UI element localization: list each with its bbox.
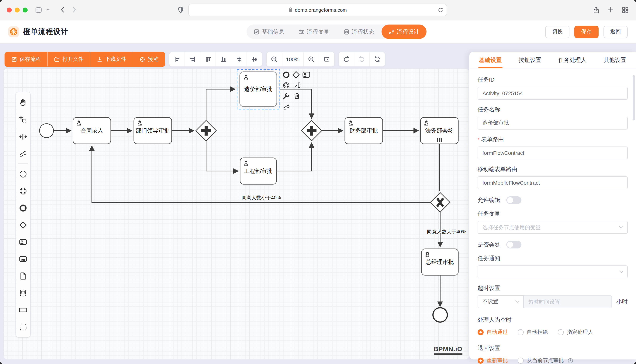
save-button[interactable]: 保存 bbox=[574, 26, 598, 38]
text-annotation-icon[interactable] bbox=[294, 83, 300, 88]
align-top-icon[interactable] bbox=[200, 52, 216, 66]
forward-button[interactable] bbox=[68, 4, 80, 16]
start-event-icon[interactable] bbox=[16, 166, 30, 182]
task-finance-approval[interactable]: 财务部审批 bbox=[345, 118, 383, 144]
privacy-shield-icon[interactable] bbox=[178, 6, 184, 14]
redo-icon[interactable] bbox=[354, 52, 369, 66]
end-event[interactable] bbox=[433, 308, 447, 322]
intermediate-event-icon[interactable] bbox=[16, 182, 30, 199]
form-route-field[interactable] bbox=[478, 146, 628, 159]
task-variable-select[interactable] bbox=[478, 221, 628, 234]
radio-auto-reject[interactable]: 自动拒绝 bbox=[518, 329, 548, 336]
align-center-vertical-icon[interactable] bbox=[247, 52, 262, 66]
save-process-button[interactable]: 保存流程 bbox=[5, 52, 47, 66]
flow-engineering-to-gateway2[interactable] bbox=[276, 143, 312, 171]
task-id-field[interactable] bbox=[478, 87, 628, 100]
wrench-icon[interactable] bbox=[283, 93, 289, 99]
countersign-toggle[interactable] bbox=[506, 241, 521, 248]
timeout-value-field[interactable] bbox=[524, 295, 612, 308]
align-bottom-icon[interactable] bbox=[216, 52, 231, 66]
tab-overview-icon[interactable] bbox=[619, 4, 631, 16]
open-file-button[interactable]: 打开文件 bbox=[47, 52, 90, 66]
radio-re-approve[interactable]: 重新审批 bbox=[478, 357, 508, 364]
participant-pool-icon[interactable] bbox=[16, 301, 30, 318]
allow-edit-toggle[interactable] bbox=[506, 196, 521, 204]
task-contract-entry[interactable]: 合同录入 bbox=[73, 118, 111, 144]
trash-icon[interactable] bbox=[294, 94, 299, 98]
panel-scrollbar[interactable] bbox=[632, 75, 635, 120]
flow-label-gt40[interactable]: 同意人数大于40% bbox=[427, 229, 466, 234]
bpmn-canvas[interactable]: 同意人数小于40% 同意人数大于40% bbox=[4, 68, 469, 360]
url-bar[interactable]: demo.orangeforms.com bbox=[188, 4, 447, 16]
new-tab-icon[interactable] bbox=[605, 4, 616, 16]
align-right-icon[interactable] bbox=[184, 52, 200, 66]
mobile-form-route-field[interactable] bbox=[478, 176, 628, 189]
start-event[interactable] bbox=[40, 124, 54, 138]
flow-label-lt40[interactable]: 同意人数小于40% bbox=[242, 195, 281, 200]
zoom-in-icon[interactable] bbox=[304, 52, 319, 66]
flow-gateway1-to-cost[interactable] bbox=[206, 89, 235, 120]
parallel-gateway-1[interactable] bbox=[196, 120, 216, 141]
download-file-button[interactable]: 下载文件 bbox=[90, 52, 133, 66]
append-intermediate-event-icon[interactable] bbox=[284, 83, 289, 88]
tab-process-variables[interactable]: 流程变量 bbox=[292, 24, 337, 39]
sidebar-icon[interactable] bbox=[33, 4, 44, 16]
exclusive-gateway[interactable] bbox=[430, 192, 450, 212]
refresh-icon[interactable] bbox=[369, 52, 385, 66]
flow-gateway1-to-engineering[interactable] bbox=[206, 141, 238, 171]
task-legal-countersign[interactable]: 法务部会签 bbox=[420, 118, 458, 144]
back-page-button[interactable]: 返回 bbox=[603, 26, 628, 38]
append-end-event-icon[interactable] bbox=[284, 72, 289, 78]
data-store-icon[interactable] bbox=[16, 284, 30, 301]
zoom-window-button[interactable] bbox=[23, 7, 28, 12]
undo-icon[interactable] bbox=[339, 52, 354, 66]
task-name-field[interactable] bbox=[478, 117, 628, 130]
parallel-gateway-2[interactable] bbox=[301, 120, 322, 141]
tab-process-status[interactable]: 流程状态 bbox=[337, 24, 381, 39]
fit-viewport-icon[interactable] bbox=[319, 52, 334, 66]
group-icon[interactable] bbox=[16, 318, 30, 335]
radio-from-current-node[interactable]: 从当前节点审批 bbox=[518, 357, 573, 364]
subprocess-icon[interactable] bbox=[16, 250, 30, 267]
task-notify-select[interactable] bbox=[478, 266, 628, 278]
tab-basic-settings[interactable]: 基础设置 bbox=[478, 52, 503, 68]
tab-task-assignee[interactable]: 任务处理人 bbox=[558, 52, 587, 68]
radio-auto-pass[interactable]: 自动通过 bbox=[478, 329, 508, 336]
flow-cost-to-gateway2[interactable] bbox=[280, 89, 312, 118]
hand-tool-icon[interactable] bbox=[16, 94, 30, 111]
append-gateway-icon[interactable] bbox=[293, 72, 299, 78]
info-icon[interactable] bbox=[568, 358, 573, 364]
user-task-icon[interactable] bbox=[16, 233, 30, 250]
share-icon[interactable] bbox=[591, 4, 602, 16]
task-engineering-approval[interactable]: 工程部审批 bbox=[240, 158, 276, 184]
minimize-window-button[interactable] bbox=[15, 7, 20, 12]
end-event-icon[interactable] bbox=[16, 199, 30, 216]
connection-tool-icon[interactable] bbox=[16, 145, 30, 162]
gateway-icon[interactable] bbox=[16, 216, 30, 233]
chevron-down-icon[interactable] bbox=[44, 4, 52, 16]
zoom-out-icon[interactable] bbox=[267, 52, 282, 66]
tab-other-settings[interactable]: 其他设置 bbox=[603, 52, 627, 68]
zoom-level[interactable]: 100% bbox=[282, 52, 304, 66]
bpmn-io-logo[interactable]: BPMN.iO bbox=[434, 346, 463, 355]
align-left-icon[interactable] bbox=[169, 52, 184, 66]
timeout-mode-select[interactable] bbox=[478, 295, 524, 308]
align-center-horizontal-icon[interactable] bbox=[231, 52, 247, 66]
preview-button[interactable]: 预览 bbox=[133, 52, 165, 66]
lasso-tool-icon[interactable] bbox=[16, 111, 30, 128]
data-object-icon[interactable] bbox=[16, 267, 30, 284]
task-cost-dept-approval[interactable]: 造价部审批 bbox=[240, 72, 277, 106]
switch-button[interactable]: 切换 bbox=[545, 26, 569, 38]
tab-button-settings[interactable]: 按钮设置 bbox=[518, 52, 542, 68]
tab-basic-info[interactable]: 基础信息 bbox=[247, 24, 292, 39]
append-task-icon[interactable] bbox=[303, 72, 310, 78]
task-gm-approval[interactable]: 总经理审批 bbox=[421, 249, 458, 275]
space-tool-icon[interactable] bbox=[16, 128, 30, 145]
task-dept-leader-approval[interactable]: 部门领导审批 bbox=[134, 118, 172, 144]
connect-tool-icon[interactable] bbox=[283, 104, 290, 110]
radio-assign-handler[interactable]: 指定处理人 bbox=[558, 329, 593, 336]
reload-icon[interactable] bbox=[438, 7, 443, 13]
close-window-button[interactable] bbox=[7, 7, 12, 12]
back-button[interactable] bbox=[57, 4, 68, 16]
tab-process-design[interactable]: 流程设计 bbox=[381, 24, 427, 39]
